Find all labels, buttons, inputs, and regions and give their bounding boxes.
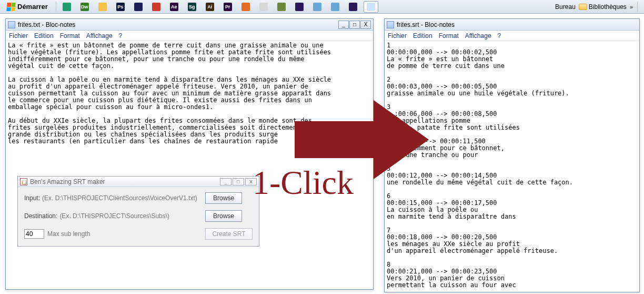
menu-edition[interactable]: Edition [413, 32, 432, 40]
biblio-label: Bibliothèques [589, 3, 627, 11]
one-click-label: 1-Click [253, 163, 354, 202]
max-sub-row: Max sub length [24, 229, 200, 239]
ps-icon-glyph: Ps [116, 3, 125, 11]
cube2-icon[interactable] [328, 1, 343, 13]
ai-icon-glyph: Ai [206, 3, 214, 11]
chevron-right-icon[interactable]: » [630, 4, 633, 10]
sg-icon[interactable]: Sg [185, 1, 199, 13]
start-button[interactable]: Démarrer [2, 1, 53, 13]
menu-affichage[interactable]: Affichage [86, 32, 113, 40]
text-content[interactable]: La « frite » est un bâtonnet de pomme de… [6, 41, 373, 146]
eclipse2-icon-glyph [349, 3, 357, 11]
browse-input-button[interactable]: Browse [205, 192, 242, 204]
app-icon-2[interactable] [256, 1, 271, 13]
home-icon-glyph [63, 3, 71, 11]
firefox-icon[interactable] [238, 1, 253, 13]
menu-fichier[interactable]: Fichier [9, 32, 28, 40]
pr-icon-glyph: Pr [224, 3, 232, 11]
minecraft-icon-glyph [277, 3, 286, 11]
menu-edition[interactable]: Edition [34, 32, 54, 40]
dw-icon[interactable]: Dw [77, 1, 92, 13]
ae-icon-glyph: Ae [170, 3, 178, 11]
taskbar-separator [637, 2, 638, 12]
window-title: frites.srt - Bloc-notes [397, 21, 455, 28]
home-icon[interactable] [59, 1, 74, 13]
destination-row: Destination: (Ex. D:\THISPROJECT\Sources… [24, 212, 200, 220]
text-content[interactable]: 1 00:00:00,000 --> 00:00:02,500 La « fri… [385, 41, 639, 290]
titlebar[interactable]: frites.txt - Bloc-notes _ □ X [6, 19, 373, 31]
srt-maker-window: Ben's Amazing SRT maker _ □ X Input: (Ex… [17, 176, 259, 247]
minecraft-icon[interactable] [274, 1, 289, 13]
eclipse-icon[interactable] [292, 1, 307, 13]
notepad-task-icon[interactable] [364, 1, 378, 13]
cube-icon-glyph [313, 3, 321, 11]
libraries-toolbar-item[interactable]: Bibliothèques [579, 3, 627, 11]
menu-affichage[interactable]: Affichage [465, 32, 491, 40]
menu-format[interactable]: Format [439, 32, 459, 40]
titlebar[interactable]: frites.srt - Bloc-notes [385, 19, 639, 31]
red-icon-glyph [152, 3, 160, 11]
java-icon [20, 178, 27, 185]
eclipse2-icon[interactable] [346, 1, 360, 13]
notepad-task-icon-glyph [367, 3, 375, 11]
menubar: FichierEditionFormatAffichage? [385, 31, 639, 41]
ae-icon[interactable]: Ae [167, 1, 182, 13]
minimize-button[interactable]: _ [338, 21, 349, 29]
firefox-icon-glyph [242, 3, 250, 11]
close-button[interactable]: X [360, 21, 371, 29]
notepad-icon [387, 21, 394, 28]
red-icon[interactable] [149, 1, 164, 13]
eclipse-icon-glyph [295, 3, 304, 11]
notepad-window-txt: frites.txt - Bloc-notes _ □ X FichierEdi… [5, 18, 374, 290]
create-srt-button[interactable]: Create SRT [205, 228, 253, 240]
window-title: frites.txt - Bloc-notes [18, 21, 75, 28]
windows-logo-icon [6, 3, 15, 11]
menu-format[interactable]: Format [60, 32, 80, 40]
menu-fichier[interactable]: Fichier [388, 32, 407, 40]
folder-icon [579, 4, 587, 10]
explorer-icon-glyph [98, 3, 107, 11]
taskbar-icons: DwPsAeSgAiPr [59, 1, 378, 13]
dw-icon-glyph: Dw [80, 3, 89, 11]
taskbar-separator [56, 2, 56, 12]
desktop-toolbar-item[interactable]: Bureau [555, 3, 576, 11]
sg-icon-glyph: Sg [188, 3, 196, 11]
input-label: Input: [24, 194, 40, 202]
cube2-icon-glyph [331, 3, 339, 11]
input-row: Input: (Ex. D:\THISPROJECT\ClientSources… [24, 194, 200, 202]
maximize-button[interactable]: □ [349, 21, 360, 29]
taskbar: Démarrer DwPsAeSgAiPr Bureau Bibliothèqu… [0, 0, 644, 14]
minimize-button[interactable]: _ [220, 178, 232, 185]
max-sub-input[interactable] [24, 229, 44, 239]
notepad-icon [8, 21, 15, 28]
srt-maker-titlebar[interactable]: Ben's Amazing SRT maker _ □ X [18, 177, 259, 187]
menubar: FichierEditionFormatAffichage? [6, 31, 373, 41]
app-icon-1-glyph [134, 3, 143, 11]
explorer-icon[interactable] [95, 1, 110, 13]
menu-?[interactable]: ? [498, 32, 501, 40]
destination-hint: (Ex. D:\THISPROJECT\Sources\Subs\) [59, 212, 169, 220]
maximize-button[interactable]: □ [233, 178, 244, 185]
input-hint: (Ex. D:\THISPROJECT\ClientSources\VoiceO… [42, 194, 197, 202]
browse-destination-button[interactable]: Browse [205, 210, 242, 222]
menu-?[interactable]: ? [119, 32, 123, 40]
max-sub-label: Max sub length [47, 230, 90, 238]
app-icon-1[interactable] [131, 1, 146, 13]
ai-icon[interactable]: Ai [203, 1, 217, 13]
app-icon-2-glyph [259, 3, 268, 11]
pr-icon[interactable]: Pr [220, 1, 235, 13]
notepad-window-srt: frites.srt - Bloc-notes FichierEditionFo… [384, 18, 640, 292]
cube-icon[interactable] [310, 1, 325, 13]
destination-label: Destination: [24, 212, 57, 220]
start-label: Démarrer [17, 3, 48, 11]
taskbar-right: Bureau Bibliothèques » [555, 2, 642, 12]
ps-icon[interactable]: Ps [113, 1, 128, 13]
bureau-label: Bureau [555, 3, 576, 11]
srt-maker-title: Ben's Amazing SRT maker [30, 178, 105, 185]
